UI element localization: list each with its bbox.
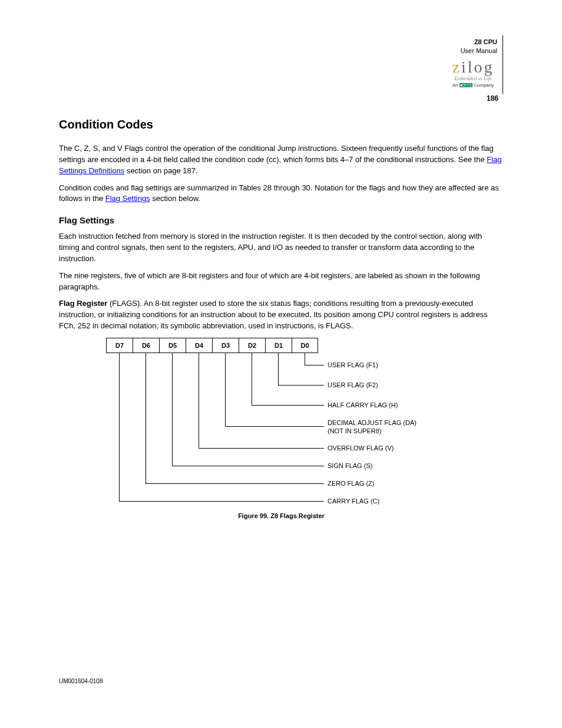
bit-d1: D1: [265, 338, 292, 353]
body-para-1: Each instruction fetched from memory is …: [59, 231, 504, 265]
logo-subline: An ■IXYS Company: [447, 83, 500, 88]
body-para-2: The nine registers, five of which are 8-…: [59, 271, 504, 293]
figure-caption: Figure 99. Z8 Flags Register: [59, 512, 504, 519]
intro-para-2: Condition codes and flag settings are su…: [59, 183, 504, 205]
ixys-mark: ■IXYS: [459, 83, 472, 87]
logo-tagline: Embedded in Life: [447, 75, 500, 81]
logo-z: z: [452, 58, 461, 76]
flag-label-z: ZERO FLAG (Z): [328, 480, 498, 488]
header-doc: User Manual: [461, 47, 497, 55]
bit-d3: D3: [212, 338, 239, 353]
header-divider: [503, 35, 503, 94]
intro-para-1: The C, Z, S, and V Flags control the ope…: [59, 143, 504, 177]
bit-d5: D5: [159, 338, 186, 353]
bit-d4: D4: [186, 338, 212, 353]
flag-label-f2: USER FLAG (F2): [328, 381, 498, 390]
section-flag-settings: Flag Settings: [59, 215, 504, 225]
footer-docid: UM001604-0108: [59, 678, 103, 684]
link-flag-settings[interactable]: Flag Settings: [105, 194, 150, 203]
flag-label-s: SIGN FLAG (S): [328, 462, 498, 470]
bit-d0: D0: [292, 338, 318, 353]
header-product: Z8 CPU: [461, 38, 497, 47]
flag-register-body: (FLAGS). An 8-bit register used to store…: [59, 299, 488, 330]
flag-label-v: OVERFLOW FLAG (V): [328, 444, 498, 453]
flag-label-da: DECIMAL ADJUST FLAG (DA) (NOT IN SUPER8): [328, 419, 498, 436]
bit-row: D7 D6 D5 D4 D3 D2 D1 D0: [106, 338, 318, 353]
flag-register-definition: Flag Register (FLAGS). An 8-bit register…: [59, 298, 504, 332]
bit-d6: D6: [133, 338, 159, 353]
page-number: 186: [487, 94, 498, 103]
bit-d2: D2: [239, 338, 265, 353]
flag-register-term: Flag Register: [59, 299, 107, 308]
flags-register-diagram: D7 D6 D5 D4 D3 D2 D1 D0 USER FLAG (F1) U…: [106, 338, 504, 509]
page-content: Condition Codes The C, Z, S, and V Flags…: [59, 118, 504, 519]
brand-logo: zilog Embedded in Life An ■IXYS Company: [447, 58, 500, 88]
logo-rest: ilog: [461, 58, 494, 76]
flag-label-f1: USER FLAG (F1): [328, 361, 498, 370]
flag-label-c: CARRY FLAG (C): [328, 498, 498, 506]
page-title: Condition Codes: [59, 118, 504, 131]
bit-d7: D7: [106, 338, 133, 353]
flag-label-h: HALF CARRY FLAG (H): [328, 401, 498, 410]
